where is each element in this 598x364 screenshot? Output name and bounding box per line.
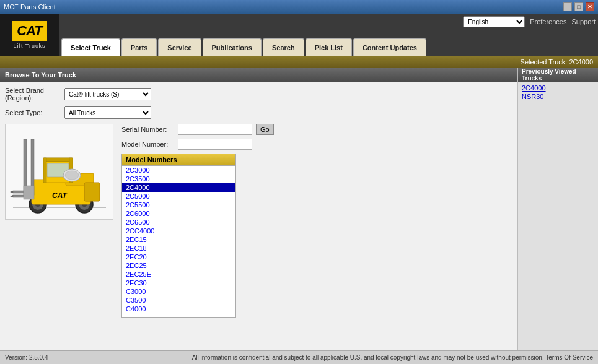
language-select[interactable]: English xyxy=(463,16,525,27)
title-bar: MCF Parts Client – □ ✕ xyxy=(0,0,598,14)
tab-search[interactable]: Search xyxy=(263,38,304,56)
cat-logo-text: CAT xyxy=(17,23,42,39)
brand-row: Select Brand (Region): Cat® lift trucks … xyxy=(5,87,512,102)
model-item[interactable]: 2C3500 xyxy=(122,175,235,183)
svg-rect-21 xyxy=(24,186,34,199)
model-item[interactable]: C4000 xyxy=(122,305,235,313)
svg-rect-13 xyxy=(43,158,46,183)
brand-label: Select Brand (Region): xyxy=(5,87,61,102)
close-button[interactable]: ✕ xyxy=(586,2,594,11)
svg-point-24 xyxy=(65,171,79,180)
truck-and-controls: CAT Serial Number: Go xyxy=(5,124,512,345)
browse-header: Browse To Your Truck xyxy=(0,68,517,82)
main-content: Browse To Your Truck Select Brand (Regio… xyxy=(0,68,598,350)
nav-tabs: Select Truck Parts Service Publications … xyxy=(59,14,426,56)
svg-rect-12 xyxy=(43,158,73,162)
utility-bar: English Preferences Support xyxy=(463,16,596,27)
left-panel: Browse To Your Truck Select Brand (Regio… xyxy=(0,68,517,350)
type-row: Select Type: All Trucks xyxy=(5,106,512,119)
truck-image: CAT xyxy=(5,124,113,220)
model-item[interactable]: C3500 xyxy=(122,296,235,305)
svg-marker-19 xyxy=(10,191,13,193)
model-item[interactable]: 2C6500 xyxy=(122,218,235,227)
version-label: Version: 2.5.0.4 xyxy=(5,354,48,361)
previously-viewed-item[interactable]: NSR30 xyxy=(522,93,594,100)
svg-rect-9 xyxy=(84,183,100,201)
model-item[interactable]: C5000 xyxy=(122,313,235,314)
model-item[interactable]: 2C6000 xyxy=(122,209,235,218)
model-item[interactable]: 2C3000 xyxy=(122,166,235,175)
window-controls: – □ ✕ xyxy=(563,2,594,11)
status-bar: Version: 2.5.0.4 All information is conf… xyxy=(0,350,598,364)
tab-parts[interactable]: Parts xyxy=(121,38,157,56)
serial-number-label: Serial Number: xyxy=(121,126,174,133)
tab-pick-list[interactable]: Pick List xyxy=(306,38,352,56)
brand-select[interactable]: Cat® lift trucks (S) xyxy=(64,88,151,100)
model-numbers-header: Model Numbers xyxy=(122,154,235,166)
model-numbers-list[interactable]: 2C30002C35002C40002C50002C55002C60002C65… xyxy=(122,166,235,314)
model-item[interactable]: 2C5500 xyxy=(122,201,235,209)
right-sidebar: Previously Viewed Trucks 2C4000NSR30 xyxy=(517,68,598,350)
maximize-button[interactable]: □ xyxy=(574,2,583,11)
model-item[interactable]: C3000 xyxy=(122,287,235,296)
copyright-text: All information is confidential and subj… xyxy=(192,354,593,361)
selected-truck-label: Selected Truck: 2C4000 xyxy=(521,58,593,66)
svg-text:CAT: CAT xyxy=(52,191,68,200)
svg-marker-20 xyxy=(10,195,13,197)
model-item[interactable]: 2EC15 xyxy=(122,235,235,244)
tab-service[interactable]: Service xyxy=(158,38,201,56)
previously-viewed-item[interactable]: 2C4000 xyxy=(522,84,594,92)
go-button[interactable]: Go xyxy=(256,124,274,135)
window-title: MCF Parts Client xyxy=(4,3,56,11)
type-label: Select Type: xyxy=(5,109,61,116)
tab-content-updates[interactable]: Content Updates xyxy=(353,38,426,56)
serial-number-row: Serial Number: Go xyxy=(121,124,512,135)
model-item[interactable]: 2C5000 xyxy=(122,192,235,201)
lift-trucks-text: Lift Trucks xyxy=(13,43,45,49)
selected-truck-bar: Selected Truck: 2C4000 xyxy=(0,56,598,68)
cat-logo: CAT xyxy=(12,21,47,41)
support-link[interactable]: Support xyxy=(571,18,596,25)
model-numbers-container: Model Numbers 2C30002C35002C40002C50002C… xyxy=(121,154,236,318)
minimize-button[interactable]: – xyxy=(563,2,572,11)
model-number-label: Model Number: xyxy=(121,141,174,148)
previously-viewed-header: Previously Viewed Trucks xyxy=(518,68,598,82)
model-item[interactable]: 2C4000 xyxy=(122,183,235,192)
top-bar: English Preferences Support CAT Lift Tru… xyxy=(0,14,598,56)
serial-number-input[interactable] xyxy=(178,124,252,135)
forklift-icon: CAT xyxy=(10,127,109,217)
model-item[interactable]: 2EC20 xyxy=(122,253,235,261)
previously-viewed-list: 2C4000NSR30 xyxy=(518,82,598,103)
model-item[interactable]: 2EC25E xyxy=(122,270,235,279)
model-number-input[interactable] xyxy=(178,139,252,150)
model-item[interactable]: 2CC4000 xyxy=(122,227,235,235)
tab-select-truck[interactable]: Select Truck xyxy=(61,38,120,56)
tab-publications[interactable]: Publications xyxy=(203,38,262,56)
truck-image-area: CAT xyxy=(5,124,117,345)
model-item[interactable]: 2EC25 xyxy=(122,261,235,270)
logo-area: CAT Lift Trucks xyxy=(0,14,59,56)
model-number-row: Model Number: xyxy=(121,139,512,150)
model-item[interactable]: 2EC18 xyxy=(122,244,235,253)
model-item[interactable]: 2EC30 xyxy=(122,279,235,287)
right-controls: Serial Number: Go Model Number: Model Nu… xyxy=(121,124,512,345)
type-select[interactable]: All Trucks xyxy=(64,106,151,119)
preferences-link[interactable]: Preferences xyxy=(530,18,566,25)
browse-body: Select Brand (Region): Cat® lift trucks … xyxy=(0,82,517,350)
